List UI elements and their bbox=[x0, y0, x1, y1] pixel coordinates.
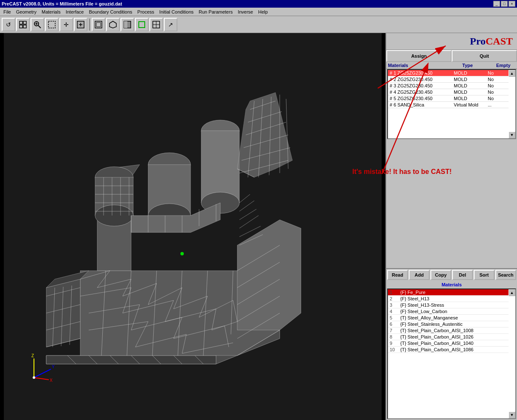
db-name: {F} Steel_Stainless_Austenitic bbox=[400, 322, 507, 327]
db-name: {T} Steel_Alloy_Manganese bbox=[400, 315, 507, 320]
toolbar-mesh[interactable] bbox=[149, 18, 163, 31]
menu-initial-conditions[interactable]: Initial Conditions bbox=[157, 8, 196, 15]
minimize-button[interactable]: _ bbox=[493, 1, 500, 7]
menu-file[interactable]: File bbox=[1, 8, 14, 15]
menu-inverse[interactable]: Inverse bbox=[235, 8, 256, 15]
svg-point-129 bbox=[180, 252, 184, 255]
db-num: 10 bbox=[390, 347, 400, 352]
assign-button[interactable]: Assign bbox=[386, 50, 452, 62]
svg-line-130 bbox=[34, 369, 51, 378]
add-button[interactable]: Add bbox=[409, 270, 430, 280]
db-row-8[interactable]: 8 {T} Steel_Plain_Carbon_AISI_1026 bbox=[388, 334, 509, 340]
db-scroll-up[interactable]: ▲ bbox=[509, 289, 515, 296]
db-row-4[interactable]: 4 {F} Steel_Low_Carbon bbox=[388, 308, 509, 315]
toolbar-move[interactable]: ✛ bbox=[59, 18, 73, 31]
db-num: 7 bbox=[390, 328, 400, 333]
materials-row-3[interactable]: # 3 ZG25ZG230.450 MOLD No bbox=[388, 83, 509, 89]
svg-rect-1 bbox=[23, 21, 26, 24]
mat-type: MOLD bbox=[454, 90, 488, 95]
svg-rect-17 bbox=[139, 22, 145, 28]
title-text: PreCAST v2008.0, Units = Millimeters Fil… bbox=[2, 1, 122, 6]
materials-row-1[interactable]: # 1 ZG25ZG230.450 MOLD No bbox=[388, 70, 509, 76]
toolbar-expand[interactable]: ↗ bbox=[164, 18, 177, 31]
materials-row-6[interactable]: # 6 SAND_Silica Virtual Mold ... bbox=[388, 102, 509, 108]
title-bar: PreCAST v2008.0, Units = Millimeters Fil… bbox=[0, 0, 517, 8]
menu-process[interactable]: Process bbox=[135, 8, 157, 15]
toolbar-view-iso[interactable] bbox=[106, 18, 120, 31]
materials-table-header: Materials Type Empty bbox=[386, 62, 517, 69]
materials-row-4[interactable]: # 4 ZG25ZG230.450 MOLD No bbox=[388, 89, 509, 95]
toolbar-grid[interactable] bbox=[16, 18, 30, 31]
read-button[interactable]: Read bbox=[387, 270, 408, 280]
mat-type: MOLD bbox=[454, 70, 488, 76]
db-name: {F} Steel_H13 bbox=[400, 296, 507, 301]
svg-rect-8 bbox=[48, 21, 55, 28]
db-row-2[interactable]: 2 {F} Steel_H13 bbox=[388, 296, 509, 302]
quit-button[interactable]: Quit bbox=[452, 50, 517, 62]
toolbar-wireframe[interactable] bbox=[135, 18, 149, 31]
type-col-header: Type bbox=[462, 63, 496, 68]
mat-type: MOLD bbox=[454, 83, 488, 88]
copy-button[interactable]: Copy bbox=[430, 270, 451, 280]
panel-middle-spacer bbox=[386, 139, 517, 268]
main-area: Y X Z It's mistake! It has to be CAST! P… bbox=[0, 33, 517, 420]
svg-marker-14 bbox=[110, 21, 116, 28]
menu-materials[interactable]: Materials bbox=[39, 8, 63, 15]
sort-button[interactable]: Sort bbox=[474, 270, 495, 280]
db-row-9[interactable]: 9 {T} Steel_Plain_Carbon_AISI_1040 bbox=[388, 340, 509, 347]
svg-line-132 bbox=[34, 378, 49, 380]
toolbar: ↺ ✛ bbox=[0, 16, 517, 33]
search-button[interactable]: Search bbox=[495, 270, 516, 280]
mat-type: Virtual Mold bbox=[454, 102, 488, 107]
assign-quit-bar: Assign Quit bbox=[386, 50, 517, 62]
db-row-7[interactable]: 7 {T} Steel_Plain_Carbon_AISI_1008 bbox=[388, 328, 509, 334]
menu-geometry[interactable]: Geometry bbox=[14, 8, 39, 15]
db-num: 2 bbox=[390, 296, 400, 301]
db-row-10[interactable]: 10 {T} Steel_Plain_Carbon_AISI_1086 bbox=[388, 347, 509, 353]
materials-row-5[interactable]: # 5 ZG25ZG230.450 MOLD No bbox=[388, 95, 509, 102]
materials-row-2[interactable]: # 2 ZG25ZG230.450 MOLD No bbox=[388, 76, 509, 83]
db-row-3[interactable]: 3 {F} Steel_H13-Stress bbox=[388, 302, 509, 308]
menu-help[interactable]: Help bbox=[256, 8, 270, 15]
empty-col-header: Empty bbox=[496, 63, 515, 68]
logo-area: ProCAST bbox=[386, 33, 517, 50]
db-num: 9 bbox=[390, 341, 400, 346]
viewport[interactable]: Y X Z It's mistake! It has to be CAST! bbox=[0, 33, 385, 420]
db-list: 1 {F} Fe_Pure 2 {F} Steel_H13 3 {F} Stee… bbox=[388, 289, 509, 418]
axis-indicator: Y X Z bbox=[25, 352, 59, 386]
toolbar-select-box[interactable] bbox=[45, 18, 59, 31]
close-button[interactable]: × bbox=[509, 1, 515, 7]
db-scroll-down[interactable]: ▼ bbox=[509, 412, 515, 418]
menu-boundary-conditions[interactable]: Boundary Conditions bbox=[86, 8, 135, 15]
mat-empty: No bbox=[488, 90, 507, 95]
menu-run-parameters[interactable]: Run Parameters bbox=[196, 8, 235, 15]
db-row-1[interactable]: 1 {F} Fe_Pure bbox=[388, 289, 509, 296]
db-num: 8 bbox=[390, 334, 400, 339]
svg-marker-52 bbox=[201, 131, 239, 203]
svg-text:Y: Y bbox=[52, 364, 55, 369]
db-name: {F} Fe_Pure bbox=[400, 290, 507, 295]
toolbar-zoom[interactable] bbox=[31, 18, 44, 31]
db-num: 1 bbox=[390, 290, 400, 295]
db-num: 6 bbox=[390, 322, 400, 327]
toolbar-view-front[interactable] bbox=[92, 18, 105, 31]
db-row-5[interactable]: 5 {T} Steel_Alloy_Manganese bbox=[388, 315, 509, 321]
maximize-button[interactable]: □ bbox=[501, 1, 508, 7]
db-name: {T} Steel_Plain_Carbon_AISI_1086 bbox=[400, 347, 507, 352]
svg-rect-13 bbox=[96, 22, 101, 27]
toolbar-select-all[interactable] bbox=[74, 18, 87, 31]
mat-type: MOLD bbox=[454, 77, 488, 82]
del-button[interactable]: Del bbox=[452, 270, 473, 280]
toolbar-shade[interactable] bbox=[121, 18, 134, 31]
procast-logo: ProCAST bbox=[470, 36, 513, 47]
menu-interface[interactable]: Interface bbox=[63, 8, 87, 15]
mat-empty: ... bbox=[488, 102, 507, 107]
materials-scroll-down[interactable]: ▼ bbox=[509, 132, 515, 138]
svg-line-5 bbox=[38, 25, 41, 28]
svg-rect-0 bbox=[20, 21, 22, 24]
materials-scroll-up[interactable]: ▲ bbox=[509, 70, 515, 77]
toolbar-rotate[interactable]: ↺ bbox=[2, 18, 15, 31]
mat-name: # 4 ZG25ZG230.450 bbox=[390, 90, 454, 95]
svg-rect-3 bbox=[23, 25, 26, 28]
db-row-6[interactable]: 6 {F} Steel_Stainless_Austenitic bbox=[388, 321, 509, 328]
